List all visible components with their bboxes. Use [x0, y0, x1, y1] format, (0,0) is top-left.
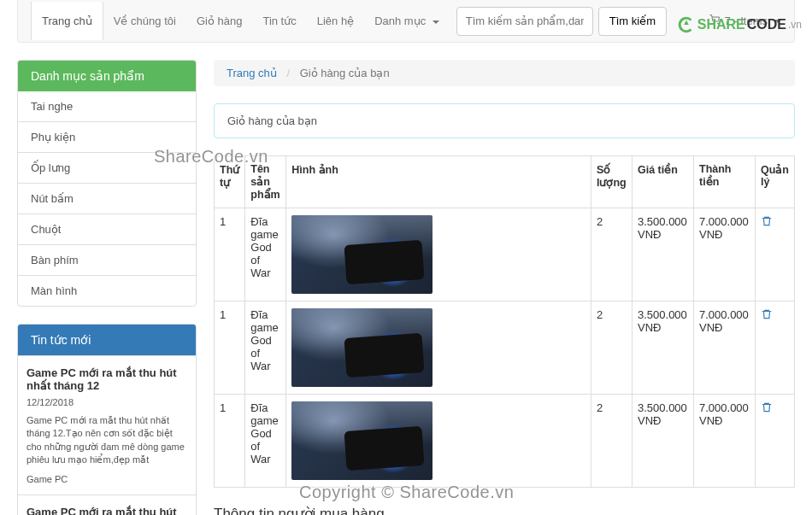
- cell-name: Đĩa game God of War: [245, 395, 286, 488]
- table-row: 1Đĩa game God of War23.500.000 VNĐ7.000.…: [215, 208, 795, 301]
- sidebar-cat-ban-phim[interactable]: Bàn phím: [18, 244, 196, 275]
- sidebar-cat-nut-bam[interactable]: Nút bấm: [18, 183, 196, 214]
- cell-price: 3.500.000 VNĐ: [633, 301, 694, 395]
- breadcrumb-home[interactable]: Trang chủ: [227, 67, 277, 79]
- cell-name: Đĩa game God of War: [245, 208, 286, 301]
- table-row: 1Đĩa game God of War23.500.000 VNĐ7.000.…: [215, 301, 795, 395]
- cell-total: 7.000.000 VNĐ: [694, 395, 756, 488]
- cell-qty: 2: [591, 395, 633, 488]
- news-panel: Tin tức mới Game PC mới ra mắt thu hút n…: [17, 324, 197, 515]
- news-title: Game PC mới ra mắt thu hút nhất tháng 12: [26, 506, 187, 515]
- news-category: Game PC: [26, 474, 187, 484]
- cell-image: [286, 301, 591, 395]
- news-excerpt: Game PC mới ra mắt thu hút nhất tháng 12…: [26, 414, 187, 467]
- trash-icon[interactable]: [761, 215, 773, 230]
- sidebar-cat-chuot[interactable]: Chuột: [18, 214, 196, 244]
- nav-contact[interactable]: Liên hệ: [307, 2, 364, 40]
- search-button[interactable]: Tìm kiếm: [598, 7, 667, 36]
- cart-table: Thứ tự Tên sản phẩm Hình ảnh Số lượng Gi…: [214, 155, 795, 488]
- th-qty: Số lượng: [591, 156, 633, 208]
- news-title: Game PC mới ra mắt thu hút nhất tháng 12: [26, 366, 187, 392]
- buyer-info-heading: Thông tin người mua hàng: [214, 505, 795, 515]
- news-panel-title: Tin tức mới: [18, 325, 196, 355]
- cell-price: 3.500.000 VNĐ: [633, 208, 694, 301]
- cell-index: 1: [215, 395, 245, 488]
- chevron-down-icon: [432, 20, 439, 24]
- logo: SHARECODE.vn: [677, 15, 802, 34]
- news-date: 12/12/2018: [26, 397, 187, 407]
- th-index: Thứ tự: [215, 156, 245, 208]
- sidebar-cat-phu-kien[interactable]: Phụ kiện: [18, 121, 196, 152]
- cell-total: 7.000.000 VNĐ: [694, 208, 756, 301]
- product-image: [291, 401, 432, 480]
- cell-image: [286, 395, 591, 488]
- nav-cart[interactable]: Giỏ hàng: [186, 2, 253, 40]
- table-row: 1Đĩa game God of War23.500.000 VNĐ7.000.…: [215, 395, 795, 488]
- sidebar-cat-op-lung[interactable]: Ốp lưng: [18, 152, 196, 183]
- category-panel: Danh mục sản phẩm Tai nghe Phụ kiện Ốp l…: [17, 60, 197, 307]
- nav-menu: Trang chủ Về chúng tôi Giỏ hàng Tin tức …: [31, 2, 450, 40]
- product-image: [291, 215, 432, 294]
- th-manage: Quản lý: [756, 156, 795, 208]
- th-price: Giá tiền: [633, 156, 694, 208]
- news-item[interactable]: Game PC mới ra mắt thu hút nhất tháng 12…: [18, 355, 196, 495]
- search-input[interactable]: [456, 7, 593, 36]
- cell-name: Đĩa game God of War: [245, 301, 286, 395]
- th-image: Hình ảnh: [286, 156, 591, 208]
- cell-manage: [756, 395, 795, 488]
- news-item[interactable]: Game PC mới ra mắt thu hút nhất tháng 12…: [18, 495, 196, 515]
- cell-total: 7.000.000 VNĐ: [694, 301, 756, 395]
- category-panel-title: Danh mục sản phẩm: [18, 61, 196, 91]
- product-image: [291, 308, 432, 387]
- trash-icon[interactable]: [761, 308, 773, 323]
- cell-qty: 2: [591, 301, 633, 395]
- nav-news[interactable]: Tin tức: [252, 2, 306, 40]
- sidebar-cat-tai-nghe[interactable]: Tai nghe: [18, 91, 196, 121]
- th-name: Tên sản phẩm: [245, 156, 286, 208]
- search-form: Tìm kiếm: [456, 7, 667, 36]
- breadcrumb: Trang chủ / Giỏ hàng của bạn: [214, 60, 795, 86]
- cell-qty: 2: [591, 208, 633, 301]
- sidebar-cat-man-hinh[interactable]: Màn hình: [18, 275, 196, 306]
- breadcrumb-current: Giỏ hàng của bạn: [300, 67, 390, 79]
- nav-category-dropdown[interactable]: Danh mục: [364, 2, 450, 40]
- cell-price: 3.500.000 VNĐ: [633, 395, 694, 488]
- cell-manage: [756, 301, 795, 395]
- nav-about[interactable]: Về chúng tôi: [103, 2, 186, 40]
- cell-index: 1: [215, 301, 245, 395]
- cell-index: 1: [215, 208, 245, 301]
- th-total: Thành tiền: [694, 156, 756, 208]
- cart-title-box: Giỏ hàng của bạn: [214, 103, 795, 138]
- cell-image: [286, 208, 591, 301]
- trash-icon[interactable]: [761, 401, 773, 416]
- nav-home[interactable]: Trang chủ: [31, 2, 103, 40]
- cell-manage: [756, 208, 795, 301]
